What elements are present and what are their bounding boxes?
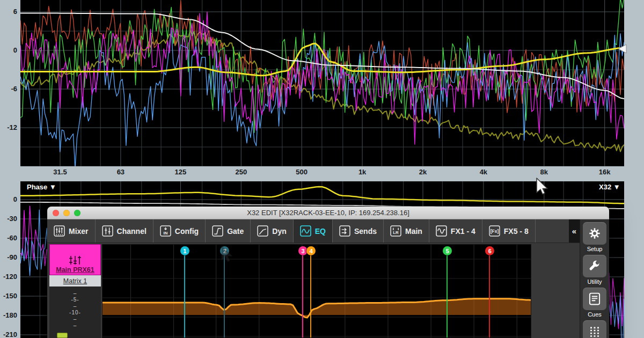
fader-tick: -5- [49,297,101,303]
freq-label: 125 [175,168,187,176]
freq-label: 500 [296,168,308,176]
sends-icon [339,225,350,237]
freq-label: 250 [235,168,247,176]
fader-tick: -10- [49,310,101,316]
freq-label: 16k [599,168,611,176]
tab-label: Channel [117,227,147,236]
svg-text:LR: LR [393,230,399,235]
config-icon: IN [160,225,171,237]
db-label: -12 [0,123,17,131]
tab-gate[interactable]: Gate [206,219,251,243]
setup-label: Setup [587,246,603,252]
eq-band-6-handle[interactable]: 6 [485,246,494,255]
eq-band-1-line [184,251,185,337]
eq-page: Main PRX61 Matrix 1 –-5-–-10-–– 123456 [47,243,580,338]
tab-fx5-8[interactable]: [Fx]FX5 - 8 [482,219,536,243]
dyn-icon [257,225,268,237]
freq-label: 1k [358,168,366,176]
deg-label: -30 [0,215,17,223]
fader-tick: – [49,290,101,297]
window-titlebar[interactable]: X32 EDIT [X32RACK-03-EE-10, IP: 169.254.… [47,207,609,219]
main-icon: LR [390,225,401,237]
tab-eq[interactable]: EQ [294,219,333,243]
deg-label: 0 [0,195,17,203]
eq-band-5-handle[interactable]: 5 [443,246,452,255]
svg-text:[Fx]: [Fx] [491,229,499,234]
tab-label: Sends [354,227,377,236]
eq-icon [300,225,311,237]
window-title: X32 EDIT [X32RACK-03-EE-10, IP: 169.254.… [47,209,609,217]
ghost-cursor [221,245,235,264]
db-label: 6 [0,8,17,16]
fader-handle[interactable] [57,333,68,338]
toolbar: MixerChannelINConfigGateDynEQSendsLRMain… [47,219,580,243]
tab-label: FX5 - 8 [504,227,529,236]
freq-label: 63 [117,168,125,176]
tab-sends[interactable]: Sends [333,219,384,243]
freq-label: 4k [480,168,487,176]
deg-label: -90 [0,253,17,261]
db-label: 0 [0,46,17,54]
magnitude-plot [20,0,624,166]
tab-label: Main [405,227,422,236]
tab-channel[interactable]: Channel [96,219,153,243]
freq-label: 31.5 [53,168,67,176]
cues-icon [588,292,602,306]
tab-label: Gate [227,227,244,236]
x32-dropdown[interactable]: X32 ▼ [599,183,620,191]
tab-label: EQ [315,227,326,236]
utility-label: Utility [588,278,602,285]
deg-label: -210 [0,330,17,338]
db-label: -6 [0,85,17,93]
tab-label: FX1 - 4 [451,227,475,236]
fader-tick: – [49,303,101,310]
mixer-icon [54,225,65,237]
tab-dyn[interactable]: Dyn [251,219,293,243]
fx58-icon: [Fx] [489,225,500,237]
setup-button[interactable] [583,222,606,245]
eq-band-handles: 123456 [103,245,531,337]
eq-graph: 123456 [102,244,531,338]
deg-label: -120 [0,273,17,281]
x32-edit-window: X32 EDIT [X32RACK-03-EE-10, IP: 169.254.… [47,207,609,338]
channel-strip-panel: Main PRX61 Matrix 1 –-5-–-10-–– [49,244,101,338]
meters-icon [588,325,602,338]
bus-name[interactable]: Matrix 1 [49,275,101,286]
meters-button[interactable] [583,320,606,338]
fx14-icon [436,225,447,237]
channel-icon [102,225,113,237]
svg-text:IN: IN [163,231,167,236]
tab-overflow-arrows[interactable]: « [569,219,580,243]
tab-label: Dyn [272,227,286,236]
deg-label: -150 [0,292,17,300]
utility-button[interactable] [583,255,606,277]
channel-name: Main PRX61 [56,266,94,274]
right-button-column: SetupUtilityCues [580,219,609,338]
tab-mixer[interactable]: Mixer [47,219,96,243]
cues-button[interactable] [583,288,606,310]
tab-label: Config [175,227,199,236]
tab-fx1-4[interactable]: FX1 - 4 [429,219,482,243]
screen: 60-6-12 31.5631252505001k2k4k8k16k 0-30-… [0,0,644,338]
plot-edge-handle[interactable] [617,44,627,54]
fader-tick: – [49,322,101,329]
eq-band-6-line [489,251,490,337]
wrench-icon [588,259,602,273]
tab-label: Mixer [69,227,89,236]
fader-strip[interactable]: –-5-–-10-–– [49,286,101,338]
phase-dropdown[interactable]: Phase ▼ [27,183,56,191]
deg-label: -60 [0,234,17,242]
channel-select-box[interactable]: Main PRX61 [49,244,101,275]
deg-label: -180 [0,311,17,319]
tab-main[interactable]: LRMain [384,219,429,243]
fader-tick: – [49,316,101,322]
eq-band-5-line [447,251,448,337]
gear-icon [588,226,602,240]
eq-band-4-line [310,251,311,337]
eq-band-4-handle[interactable]: 4 [306,246,316,255]
eq-band-1-handle[interactable]: 1 [180,246,189,255]
gate-icon [212,225,223,237]
tab-config[interactable]: INConfig [153,219,206,243]
matrix-icon [67,255,83,266]
cues-label: Cues [588,311,602,318]
